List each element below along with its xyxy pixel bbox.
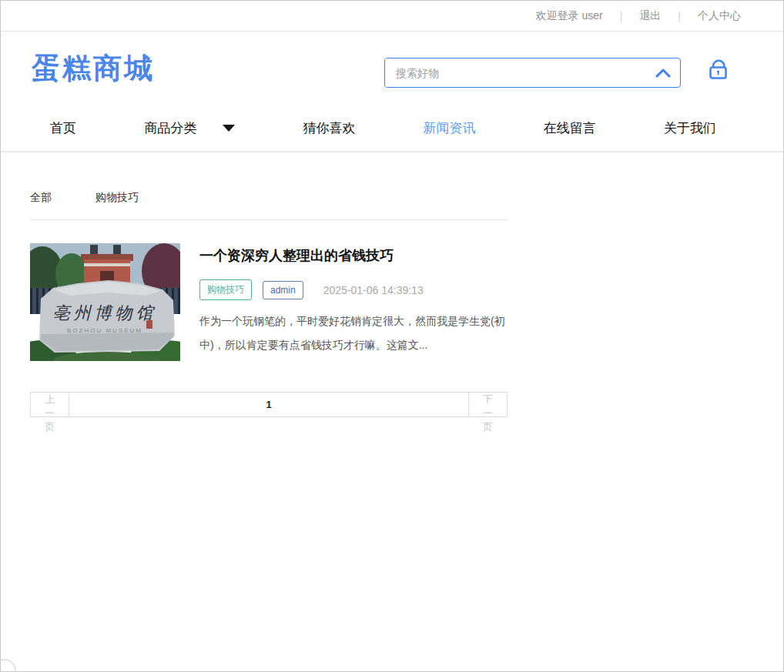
search-box	[384, 58, 681, 88]
pagination: 上一页 1 下一页	[30, 392, 508, 417]
stone-subtext: BOZHOU MUSEUM	[67, 327, 142, 334]
corner-widget	[0, 659, 16, 672]
site-logo[interactable]: 蛋糕商城	[32, 49, 155, 88]
category-filter-tabs: 全部 购物技巧	[30, 154, 508, 219]
nav-label: 商品分类	[144, 119, 196, 137]
news-title[interactable]: 一个资深穷人整理出的省钱技巧	[199, 246, 508, 265]
filter-tab-all[interactable]: 全部	[30, 191, 52, 205]
nav-label: 新闻资讯	[424, 119, 476, 137]
news-excerpt: 作为一个玩钢笔的，平时爱好花销肯定很大，然而我是学生党(初中)，所以肯定要有点省…	[199, 309, 508, 357]
tag-author-admin: admin	[263, 281, 303, 299]
nav-label: 首页	[50, 119, 76, 137]
news-thumbnail[interactable]: 亳州博物馆 BOZHOU MUSEUM	[30, 243, 180, 361]
cart-button[interactable]	[705, 55, 732, 86]
profile-link[interactable]: 个人中心	[698, 9, 741, 23]
nav-item-about-us[interactable]: 关于我们	[664, 119, 716, 137]
welcome-user-text: 欢迎登录 user	[536, 9, 603, 23]
nav-item-guess-you-like[interactable]: 猜你喜欢	[303, 119, 355, 137]
next-page-button[interactable]: 下一页	[468, 392, 508, 417]
lock-icon	[707, 58, 730, 82]
search-input[interactable]	[385, 59, 646, 87]
topbar-divider: |	[620, 10, 623, 22]
stone-calligraphy-text: 亳州博物馆	[53, 303, 157, 323]
tag-shopping-tips: 购物技巧	[199, 279, 252, 300]
filter-divider	[30, 219, 508, 220]
header: 蛋糕商城	[1, 32, 783, 105]
topbar-divider: |	[678, 10, 681, 22]
news-list-item[interactable]: 亳州博物馆 BOZHOU MUSEUM 一个资深穷人整理出的省钱技巧 购物技巧 …	[30, 243, 508, 361]
filter-tab-shopping-tips[interactable]: 购物技巧	[95, 191, 139, 205]
page: 欢迎登录 user | 退出 | 个人中心 蛋糕商城	[0, 0, 784, 672]
topbar: 欢迎登录 user | 退出 | 个人中心	[1, 1, 783, 32]
nav-label: 在线留言	[544, 119, 596, 137]
nav-item-message-board[interactable]: 在线留言	[544, 119, 596, 137]
nav-label: 关于我们	[664, 119, 716, 137]
caret-down-icon	[223, 125, 235, 132]
nav-item-news[interactable]: 新闻资讯	[424, 119, 476, 137]
news-content: 全部 购物技巧	[30, 154, 508, 417]
news-date: 2025-01-06 14:39:13	[323, 284, 424, 296]
main-nav: 首页 商品分类 猜你喜欢 新闻资讯 在线留言 关于我们	[1, 105, 783, 152]
news-info: 一个资深穷人整理出的省钱技巧 购物技巧 admin 2025-01-06 14:…	[199, 243, 508, 361]
nav-item-home[interactable]: 首页	[50, 119, 76, 137]
prev-page-button[interactable]: 上一页	[30, 392, 69, 417]
search-suggest-toggle[interactable]	[646, 59, 680, 87]
news-meta: 购物技巧 admin 2025-01-06 14:39:13	[199, 279, 508, 300]
logout-link[interactable]: 退出	[639, 9, 661, 23]
nav-label: 猜你喜欢	[303, 119, 355, 137]
museum-photo: 亳州博物馆 BOZHOU MUSEUM	[30, 243, 180, 361]
page-number-1[interactable]: 1	[69, 392, 468, 417]
chevron-up-icon	[655, 69, 671, 78]
nav-item-categories[interactable]: 商品分类	[144, 119, 235, 137]
